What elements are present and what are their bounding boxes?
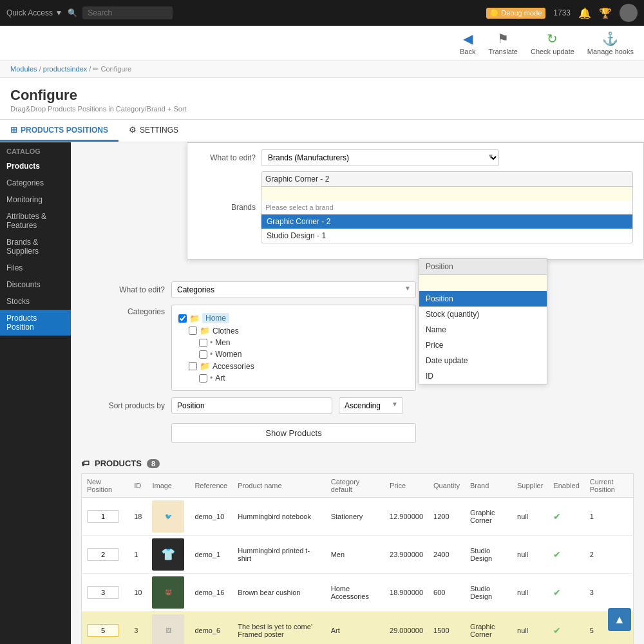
sort-direction-select[interactable]: Ascending Descending xyxy=(339,397,403,414)
sort-option-date[interactable]: Date update xyxy=(419,353,547,368)
page-subtitle: Drag&Drop Products Positions in Category… xyxy=(10,105,634,113)
tree-bullet-men: • xyxy=(210,338,213,347)
brands-search-input[interactable] xyxy=(261,187,632,201)
debug-mode-badge: 🟡 Debug mode xyxy=(486,8,545,19)
content-area: What to edit? Brands (Manufacturers) Bra… xyxy=(71,142,644,644)
sidebar-item-categories[interactable]: Categories xyxy=(0,175,71,191)
tree-item-home[interactable]: 📁 Home xyxy=(178,312,409,325)
tree-label-accessories: Accessories xyxy=(213,362,254,371)
col-supplier: Supplier xyxy=(512,474,548,498)
cell-supplier: null xyxy=(512,498,548,536)
sort-option-price[interactable]: Price xyxy=(419,337,547,353)
cell-new-pos xyxy=(82,612,129,645)
user-avatar[interactable] xyxy=(620,4,638,22)
cell-quantity: 1200 xyxy=(428,498,465,536)
sidebar-item-attributes[interactable]: Attributes & Features xyxy=(0,208,71,234)
quick-access-link[interactable]: Quick Access ▼ xyxy=(6,8,62,17)
check-update-button[interactable]: ↻ Check update xyxy=(531,31,574,55)
cell-image: 🐻 xyxy=(147,574,189,612)
position-input[interactable] xyxy=(87,586,119,599)
cell-supplier: null xyxy=(512,536,548,574)
tree-checkbox-art[interactable] xyxy=(199,374,207,383)
tree-checkbox-men[interactable] xyxy=(199,339,207,347)
show-products-button[interactable]: Show Products xyxy=(171,423,416,443)
sidebar-item-stocks[interactable]: Stocks xyxy=(0,293,71,310)
search-input[interactable] xyxy=(82,6,173,19)
table-row: 10 🐻 demo_16 Brown bear cushion Home Acc… xyxy=(82,574,634,612)
sort-products-by-row: Sort products by Ascending Descending xyxy=(81,397,634,414)
brands-option-graphic[interactable]: Graphic Corner - 2 xyxy=(261,214,632,229)
tree-folder-home: 📁 xyxy=(189,314,200,323)
breadcrumb-modules[interactable]: Modules xyxy=(10,65,37,73)
brands-row: Brands Graphic Corner - 2 Please select … xyxy=(198,171,633,243)
brands-input-box[interactable]: Graphic Corner - 2 Please select a brand… xyxy=(261,171,633,243)
sort-overlay: Position Position Stock (quantity) Name … xyxy=(419,258,547,384)
sidebar-item-discounts[interactable]: Discounts xyxy=(0,276,71,293)
top-bar-right: 🟡 Debug mode 1733 🔔 🏆 xyxy=(486,4,638,22)
config-what-to-edit-select[interactable]: Categories xyxy=(171,281,416,298)
sort-input[interactable] xyxy=(171,397,332,414)
breadcrumb-productsindex[interactable]: productsindex xyxy=(43,65,88,73)
col-enabled: Enabled xyxy=(548,474,584,498)
sidebar-section-catalog: Catalog xyxy=(0,142,71,158)
sidebar-item-files[interactable]: Files xyxy=(0,260,71,276)
sidebar-item-products[interactable]: Products xyxy=(0,158,71,175)
sidebar-item-products-position[interactable]: Products Position xyxy=(0,310,71,336)
cell-enabled: ✔ xyxy=(548,574,584,612)
sidebar-products-label: Products xyxy=(6,162,40,171)
sort-option-id[interactable]: ID xyxy=(419,368,547,384)
sort-option-stock[interactable]: Stock (quantity) xyxy=(419,307,547,322)
notification-icon[interactable]: 🔔 xyxy=(578,7,591,19)
cell-cur-pos: 3 xyxy=(585,574,634,612)
brands-option-studio[interactable]: Studio Design - 1 xyxy=(261,229,632,243)
page-header: Configure Drag&Drop Products Positions i… xyxy=(0,78,644,120)
sidebar-item-brands[interactable]: Brands & Suppliers xyxy=(0,234,71,260)
config-what-to-edit-label: What to edit? xyxy=(81,285,165,294)
products-header-label: PRODUCTS xyxy=(95,459,142,468)
tree-item-art[interactable]: • Art xyxy=(199,372,409,384)
cell-supplier: null xyxy=(512,612,548,645)
product-image: 🐦 xyxy=(152,500,184,533)
sort-overlay-search[interactable] xyxy=(419,275,547,291)
cell-image: 🖼 xyxy=(147,612,189,645)
translate-icon: ⚑ xyxy=(497,31,509,46)
cell-id: 1 xyxy=(129,536,147,574)
cell-brand: Studio Design xyxy=(465,574,512,612)
translate-button[interactable]: ⚑ Translate xyxy=(488,31,517,55)
tree-item-women[interactable]: • Women xyxy=(199,348,409,360)
tree-checkbox-clothes[interactable] xyxy=(189,327,197,335)
config-what-to-edit-wrapper: Categories xyxy=(171,281,416,298)
manage-hooks-button[interactable]: ⚓ Manage hooks xyxy=(587,31,634,55)
debug-indicator: 🟡 xyxy=(490,9,499,17)
top-bar-left: Quick Access ▼ 🔍 xyxy=(6,6,173,19)
tree-item-accessories[interactable]: 📁 Accessories xyxy=(189,360,409,372)
config-categories-label: Categories xyxy=(81,307,165,316)
trophy-icon[interactable]: 🏆 xyxy=(599,7,612,19)
position-input[interactable] xyxy=(87,510,119,523)
sort-option-name[interactable]: Name xyxy=(419,322,547,337)
brands-selected-value: Graphic Corner - 2 xyxy=(261,172,632,187)
position-input[interactable] xyxy=(87,548,119,561)
action-bar: ◀ Back ⚑ Translate ↻ Check update ⚓ Mana… xyxy=(0,26,644,61)
position-input-dragging[interactable] xyxy=(87,624,119,637)
tab-products-positions[interactable]: ⊞ PRODUCTS POSITIONS xyxy=(0,120,118,142)
col-brand: Brand xyxy=(465,474,512,498)
cell-name: The best is yet to come' Framed poster xyxy=(232,612,326,645)
tree-item-clothes[interactable]: 📁 Clothes xyxy=(189,325,409,337)
sidebar-item-monitoring[interactable]: Monitoring xyxy=(0,191,71,208)
tree-checkbox-accessories[interactable] xyxy=(189,362,197,370)
what-to-edit-select[interactable]: Brands (Manufacturers) xyxy=(261,149,499,166)
product-image: 🖼 xyxy=(152,614,184,644)
scroll-to-top-button[interactable]: ▲ xyxy=(608,608,631,631)
cell-new-pos xyxy=(82,536,129,574)
products-count-badge: 8 xyxy=(147,459,160,468)
tree-checkbox-women[interactable] xyxy=(199,350,207,359)
sort-option-position[interactable]: Position xyxy=(419,291,547,307)
cell-enabled: ✔ xyxy=(548,536,584,574)
back-button[interactable]: ◀ Back xyxy=(460,31,475,55)
tree-item-men[interactable]: • Men xyxy=(199,337,409,348)
sidebar: Catalog Products Categories Monitoring A… xyxy=(0,142,71,644)
tree-checkbox-home[interactable] xyxy=(178,314,187,323)
cell-reference: demo_16 xyxy=(189,574,232,612)
tab-settings[interactable]: ⚙ SETTINGS xyxy=(118,120,189,142)
